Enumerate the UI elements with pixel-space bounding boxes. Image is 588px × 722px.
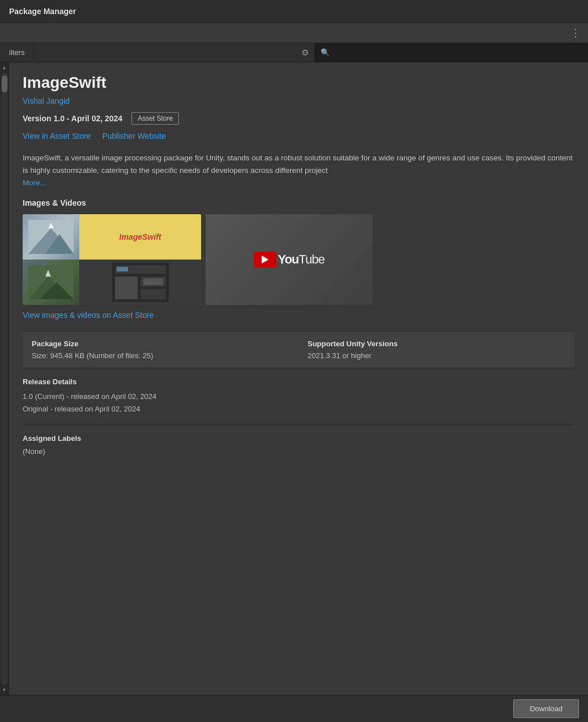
package-size-cell: Package Size Size: 945.48 KB (Number of … [23,332,299,368]
toolbar: ⋮ [0,23,588,43]
youtube-logo: YouTube [254,252,324,267]
filter-tab[interactable]: ilters [0,43,34,62]
scroll-up-arrow[interactable]: ▲ [1,63,8,71]
search-icon: 🔍 [321,48,330,57]
thumbnail-imageswift-logo: ImageSwift [79,214,201,260]
youtube-play-icon [262,256,269,264]
mountain-svg-1 [28,220,74,254]
release-section-title: Release Details [23,377,574,386]
package-description: ImageSwift, a versatile image processing… [23,152,574,176]
title-bar: Package Manager [0,0,588,23]
image-composite-thumbnail[interactable]: ImageSwift [23,214,201,305]
search-input[interactable] [333,48,582,57]
mountain-svg-2 [28,265,74,299]
supported-versions-title: Supported Unity Versions [308,339,565,348]
view-asset-store-link[interactable]: View in Asset Store [23,131,91,141]
gear-icon: ⚙ [301,48,309,58]
youtube-icon [254,252,276,267]
labels-section-title: Assigned Labels [23,434,574,443]
package-author[interactable]: Vishal Jangid [23,96,574,105]
thumbnail-mountain-2 [23,260,79,305]
release-item-1: 1.0 (Current) - released on April 02, 20… [23,390,574,403]
bottom-bar: Download [0,695,588,722]
left-scrollbar: ▲ ▼ [0,62,9,695]
release-section: Release Details 1.0 (Current) - released… [23,368,574,425]
publisher-website-link[interactable]: Publisher Website [102,131,166,141]
info-row-size-versions: Package Size Size: 945.48 KB (Number of … [23,332,574,368]
version-row: Version 1.0 - April 02, 2024 Asset Store [23,112,574,125]
download-button[interactable]: Download [513,699,579,718]
thumbnail-editor-screenshot [79,260,201,305]
release-item-2: Original - released on April 02, 2024 [23,403,574,415]
package-title: ImageSwift [23,74,574,92]
youtube-text: YouTube [278,252,324,267]
package-version: Version 1.0 - April 02, 2024 [23,114,122,123]
labels-section: Assigned Labels (None) [23,425,574,465]
supported-versions-value: 2021.3.31 or higher [308,351,565,360]
package-size-value: Size: 945.48 KB (Number of files: 25) [32,351,289,360]
more-link[interactable]: More... [23,179,574,187]
logo-text: ImageSwift [120,232,161,241]
images-section-title: Images & Videos [23,198,574,207]
images-grid: ImageSwift [23,214,574,305]
package-size-title: Package Size [32,339,289,348]
info-table: Package Size Size: 945.48 KB (Number of … [23,331,574,368]
svg-rect-12 [140,289,166,299]
scroll-track [2,73,7,685]
package-links: View in Asset Store Publisher Website [23,131,574,141]
svg-rect-13 [117,267,128,271]
thumbnail-mountain-1 [23,214,79,260]
scroll-down-arrow[interactable]: ▼ [1,686,8,694]
filter-bar: ilters ⚙ 🔍 [0,43,588,62]
app-title: Package Manager [9,7,76,16]
menu-icon[interactable]: ⋮ [570,27,581,39]
svg-rect-10 [115,277,138,299]
youtube-thumbnail[interactable]: YouTube [206,214,373,305]
labels-value: (None) [23,447,574,456]
filter-label: ilters [9,48,24,57]
scroll-thumb[interactable] [2,75,7,92]
main-layout: ▲ ▼ ImageSwift Vishal Jangid Version 1.0… [0,62,588,695]
view-images-link[interactable]: View images & videos on Asset Store [23,311,574,320]
detail-panel: ImageSwift Vishal Jangid Version 1.0 - A… [9,62,588,695]
editor-svg [112,262,169,302]
search-bar[interactable]: 🔍 [315,43,588,62]
svg-rect-14 [143,278,163,285]
asset-store-badge: Asset Store [131,112,179,125]
supported-versions-cell: Supported Unity Versions 2021.3.31 or hi… [299,332,574,368]
gear-button[interactable]: ⚙ [296,43,315,62]
